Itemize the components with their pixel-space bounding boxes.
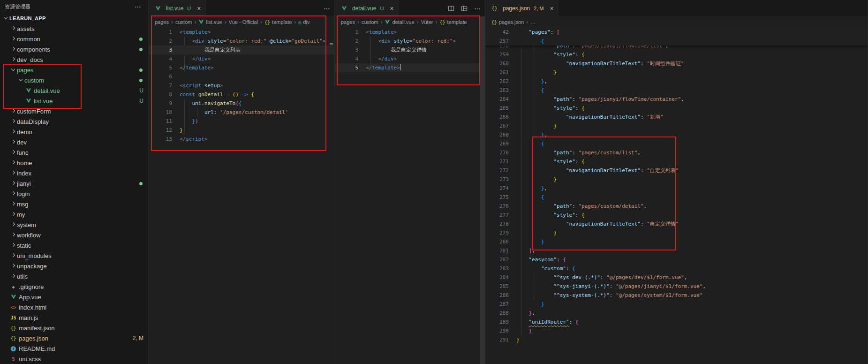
code-line-257[interactable]: 257 {: [485, 37, 868, 46]
code-line-284[interactable]: 284 "^sys-dev-(.*)": "@/pages/dev/$1/for…: [485, 273, 868, 282]
tree-item-msg[interactable]: msg: [0, 199, 148, 209]
code-line-269[interactable]: 269 {: [485, 139, 868, 148]
tree-item-jianyi[interactable]: jianyi: [0, 178, 148, 189]
tree-item-uni-modules[interactable]: uni_modules: [0, 250, 148, 261]
code-line-289[interactable]: 289 "uniIdRouter": {: [485, 318, 868, 326]
code-line-272[interactable]: 272 "navigationBarTitleText": "自定义列表": [485, 166, 868, 175]
code-line-285[interactable]: 285 "^sys-jianyi-(.*)": "@/pages/jianyi/…: [485, 282, 868, 291]
breadcrumb-item-list-vue[interactable]: list.vue: [198, 19, 222, 25]
breadcrumb-item-custom[interactable]: custom: [175, 19, 192, 25]
code-line-283[interactable]: 283 "custom": {: [485, 264, 868, 273]
code-line-277[interactable]: 277 "style": {: [485, 211, 868, 220]
more-actions-icon[interactable]: ⋯: [472, 0, 483, 16]
code-line-287[interactable]: 287 }: [485, 300, 868, 309]
tree-item-dev[interactable]: dev: [0, 137, 148, 147]
breadcrumb-item-pages[interactable]: pages: [155, 19, 169, 25]
tree-item-home[interactable]: home: [0, 158, 148, 168]
code-line-270[interactable]: 270 "path": "pages/custom/list",: [485, 148, 868, 157]
code-line-13[interactable]: 13</script>: [149, 135, 334, 144]
tree-item-custom[interactable]: custom: [0, 75, 148, 85]
tree-item-gitignore[interactable]: ◆.gitignore: [0, 281, 148, 292]
tree-root-learun-app[interactable]: LEARUN_APP: [0, 13, 148, 23]
code-line-276[interactable]: 276 "path": "pages/custom/detail",: [485, 202, 868, 211]
tab-pages-json[interactable]: {}pages.json2, M×: [485, 0, 559, 16]
tree-item-system[interactable]: system: [0, 220, 148, 230]
code-line-288[interactable]: 288 },: [485, 309, 868, 318]
code-line-274[interactable]: 274 },: [485, 184, 868, 193]
code-line-6[interactable]: 6: [149, 72, 334, 81]
split-editor-icon[interactable]: [445, 0, 457, 16]
tree-item-manifest-json[interactable]: {}manifest.json: [0, 323, 148, 333]
code-line-262[interactable]: 262 },: [485, 77, 868, 86]
tree-item-list-vue[interactable]: list.vueU: [0, 96, 148, 106]
code-line-12[interactable]: 12}: [149, 126, 334, 135]
breadcrumb-item-custom[interactable]: custom: [362, 19, 378, 25]
code-line-5[interactable]: 5</template>: [149, 63, 334, 72]
tree-item-pages-json[interactable]: {}pages.json2, M: [0, 333, 148, 343]
breadcrumb-item-pages[interactable]: pages: [341, 19, 355, 25]
code-line-279[interactable]: 279 }: [485, 228, 868, 237]
code-line-263[interactable]: 263 {: [485, 86, 868, 95]
code-line-10[interactable]: 10 url: '/pages/custom/detail': [149, 108, 334, 117]
editor-layout-icon[interactable]: [459, 0, 470, 16]
breadcrumb-item-div[interactable]: ◎div: [298, 19, 309, 25]
tree-item-components[interactable]: components: [0, 44, 148, 54]
code-line-4[interactable]: 4 </div>: [149, 54, 334, 63]
close-icon[interactable]: ×: [197, 5, 201, 12]
tree-item-assets[interactable]: assets: [0, 23, 148, 34]
editor-detail-vue[interactable]: 1<template>2 <div style="color: red;">3 …: [335, 28, 485, 364]
code-line-278[interactable]: 278 "navigationBarTitleText": "自定义详情": [485, 220, 868, 228]
breadcrumb-item-pages-json[interactable]: {}pages.json: [491, 19, 524, 25]
tree-item-main-js[interactable]: JSmain.js: [0, 312, 148, 323]
code-line-291[interactable]: 291}: [485, 335, 868, 344]
scrollbar[interactable]: [480, 16, 485, 364]
code-line-264[interactable]: 264 "path": "pages/jianyi/flowTime/conta…: [485, 95, 868, 104]
tree-item-demo[interactable]: demo: [0, 127, 148, 137]
code-line-261[interactable]: 261 }: [485, 68, 868, 77]
code-line-282[interactable]: 282 "easycom": {: [485, 255, 868, 264]
code-line-275[interactable]: 275 {: [485, 193, 868, 202]
code-line-271[interactable]: 271 "style": {: [485, 157, 868, 166]
code-line-290[interactable]: 290 }: [485, 326, 868, 335]
tree-item-my[interactable]: my: [0, 209, 148, 220]
breadcrumb-item-vue-official[interactable]: Vue - Official: [229, 19, 258, 25]
tree-item-func[interactable]: func: [0, 147, 148, 158]
editor-list-vue[interactable]: 1<template>2 <div style="color: red;" @c…: [149, 28, 334, 364]
tree-item-login[interactable]: login: [0, 189, 148, 199]
code-line-3[interactable]: 3 我是自定义列表: [149, 46, 334, 54]
tree-item-pages[interactable]: pages: [0, 65, 148, 75]
code-line-1[interactable]: 1<template>: [335, 28, 485, 37]
code-line-1[interactable]: 1<template>: [149, 28, 334, 37]
breadcrumb-item-vuter[interactable]: Vuter: [421, 19, 433, 25]
tree-item-app-vue[interactable]: App.vue: [0, 292, 148, 302]
code-line-42[interactable]: 42 "pages": [: [485, 28, 868, 37]
close-icon[interactable]: ×: [550, 5, 553, 12]
code-line-260[interactable]: 260 "navigationBarTitleText": "时间组件验证": [485, 59, 868, 68]
code-line-259[interactable]: 259 "style": {: [485, 50, 868, 59]
code-line-265[interactable]: 265 "style": {: [485, 104, 868, 113]
editor-pages-json[interactable]: 258 "path": "pages/jianyi/flowTime/list"…: [485, 28, 868, 364]
code-line-9[interactable]: 9 uni.navigateTo({: [149, 99, 334, 108]
code-line-281[interactable]: 281 ],: [485, 246, 868, 255]
tree-item-unpackage[interactable]: unpackage: [0, 261, 148, 271]
code-line-286[interactable]: 286 "^sys-system-(.*)": "@/pages/system/…: [485, 291, 868, 300]
tree-item-uni-scss[interactable]: Suni.scss: [0, 354, 148, 364]
tree-item-customform[interactable]: customForm: [0, 106, 148, 116]
code-line-11[interactable]: 11 }): [149, 117, 334, 126]
code-line-280[interactable]: 280 }: [485, 237, 868, 246]
tree-item-static[interactable]: static: [0, 240, 148, 250]
tree-item-workflow[interactable]: workflow: [0, 230, 148, 240]
breadcrumb-item-template[interactable]: {}template: [264, 19, 292, 25]
code-line-5[interactable]: 5</template>: [335, 63, 485, 72]
tree-item-datadisplay[interactable]: dataDisplay: [0, 116, 148, 127]
tab-list-vue[interactable]: list.vueU×: [149, 0, 206, 16]
code-line-3[interactable]: 3 我是自定义详情: [335, 46, 485, 54]
breadcrumb-item-template[interactable]: {}template: [439, 19, 467, 25]
tree-item-common[interactable]: common: [0, 34, 148, 44]
code-line-268[interactable]: 268 },: [485, 130, 868, 139]
code-line-266[interactable]: 266 "navigationBarTitleText": "新增": [485, 113, 868, 121]
code-line-2[interactable]: 2 <div style="color: red;">: [335, 37, 485, 46]
breadcrumb-item-detail-vue[interactable]: detail.vue: [385, 19, 414, 25]
tree-item-detail-vue[interactable]: detail.vueU: [0, 85, 148, 96]
code-line-8[interactable]: 8const goDetail = () => {: [149, 90, 334, 99]
